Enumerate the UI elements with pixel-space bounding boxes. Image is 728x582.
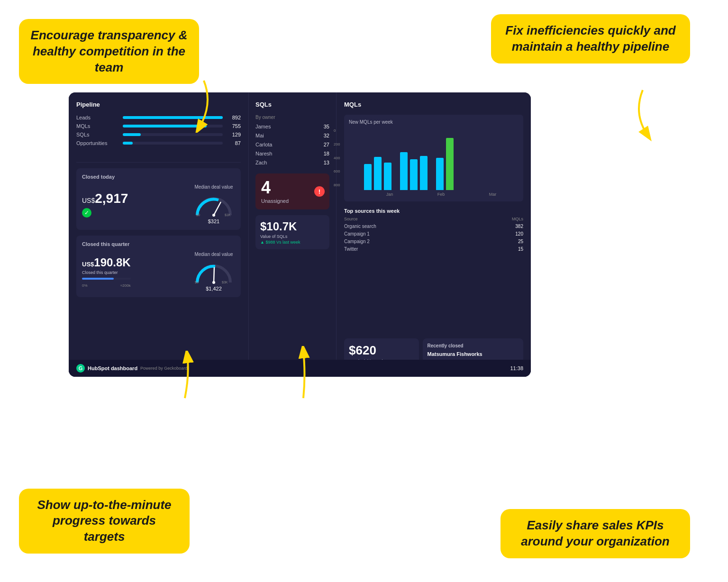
sqls-owners-list: James 35 Mai 32 Carlota 27 Naresh 18 Zac… — [255, 124, 329, 169]
arrow-top-left — [175, 76, 232, 133]
unassigned-label: Unassigned — [261, 198, 324, 204]
owner-row-zach: Zach 13 — [255, 160, 329, 165]
mqls-title: MQLs — [344, 101, 523, 108]
owner-row-james: James 35 — [255, 124, 329, 129]
gauge-today: Median deal value $0 $1K $321 — [192, 184, 235, 224]
sql-dollar-value: $10.7K — [260, 220, 325, 233]
bar-mar-2 — [446, 138, 454, 190]
sql-value-section: $10.7K Value of SQLs ▲ $988 Vs last week — [255, 215, 329, 249]
progress-min: 0% — [82, 283, 88, 288]
source-row-campaign2: Campaign 2 25 — [344, 239, 523, 244]
sql-change: ▲ $988 Vs last week — [260, 240, 325, 245]
bar-chart — [364, 128, 519, 190]
by-owner-label: By owner — [255, 115, 329, 120]
hubspot-label: HubSpot dashboard — [88, 365, 137, 371]
panel-pipeline: Pipeline Leads 892 MQLs 755 SQLs — [69, 92, 249, 377]
panel-sqls: SQLs By owner James 35 Mai 32 Carlota 27… — [249, 92, 337, 377]
closed-today-section: Closed today US$2,917 ✓ Median deal valu… — [76, 168, 241, 230]
sources-title: Top sources this week — [344, 208, 523, 214]
recently-closed-name: Matsumura Fishworks — [428, 351, 519, 357]
gauge-quarter-svg: $0 $3K — [192, 259, 235, 285]
pipeline-label-sqls: SQLs — [76, 132, 119, 137]
sources-section: Top sources this week Source MQLs Organi… — [344, 208, 523, 335]
source-row-twitter: Twitter 15 — [344, 246, 523, 252]
sources-col-source: Source — [344, 217, 358, 221]
chart-y-labels: 800 600 400 200 0 — [334, 128, 340, 187]
sources-col-mqls: MQLs — [512, 217, 523, 221]
bar-jan-2 — [374, 157, 382, 190]
gauge-quarter-value: $1,422 — [206, 286, 222, 291]
closed-today-title: Closed today — [82, 174, 235, 180]
bubble-bottom-left: Show up-to-the-minute progress towards t… — [19, 489, 190, 554]
geckoboard-logo: G — [76, 364, 85, 373]
pipeline-row-opps: Opportunities 87 — [76, 140, 241, 146]
arrow-bottom-left — [161, 351, 209, 403]
pipeline-label-leads: Leads — [76, 115, 119, 120]
source-row-campaign1: Campaign 1 120 — [344, 231, 523, 236]
closed-quarter-subtitle: Closed this quarter — [82, 270, 131, 275]
svg-point-5 — [212, 214, 215, 217]
dashboard-time: 11:38 — [510, 365, 523, 371]
chart-subtitle: New MQLs per week — [349, 119, 519, 125]
arrow-top-right — [614, 85, 671, 142]
progress-max: ≈200k — [120, 283, 131, 288]
gauge-quarter: Median deal value $0 $3K $1,422 — [192, 252, 235, 291]
gauge-today-svg: $0 $1K — [192, 191, 235, 218]
gauge-quarter-label: Median deal value — [194, 252, 233, 257]
bar-mar-1 — [436, 158, 444, 190]
pipeline-value-opps: 87 — [227, 140, 241, 146]
svg-text:$0: $0 — [195, 281, 199, 284]
warning-icon: ! — [314, 186, 325, 197]
progress-bar — [82, 278, 131, 280]
mqls-chart: New MQLs per week 800 600 400 200 0 — [344, 115, 523, 201]
svg-text:$0: $0 — [196, 213, 200, 217]
dashboard: Pipeline Leads 892 MQLs 755 SQLs — [69, 92, 531, 377]
arrow-bottom-center — [284, 346, 322, 403]
pipeline-bar-opps — [123, 142, 223, 145]
check-icon: ✓ — [82, 208, 91, 218]
closed-quarter-title: Closed this quarter — [82, 241, 235, 247]
owner-row-carlota: Carlota 27 — [255, 142, 329, 147]
gauge-today-label: Median deal value — [194, 184, 233, 190]
gauge-today-value: $321 — [208, 218, 219, 224]
bar-feb-3 — [420, 156, 428, 190]
bar-feb-2 — [410, 159, 418, 190]
svg-text:$3K: $3K — [222, 281, 228, 284]
closed-quarter-section: Closed this quarter US$190.8K Closed thi… — [76, 236, 241, 297]
bubble-bottom-right: Easily share sales KPIs around your orga… — [500, 509, 690, 558]
bubble-top-right: Fix inefficiencies quickly and maintain … — [491, 14, 690, 64]
pipeline-label-opps: Opportunities — [76, 140, 119, 146]
owner-row-naresh: Naresh 18 — [255, 151, 329, 156]
bar-feb-1 — [400, 152, 408, 190]
bar-jan-3 — [384, 163, 391, 190]
svg-text:$1K: $1K — [225, 213, 231, 217]
sql-unassigned-box: 4 Unassigned ! — [255, 173, 329, 209]
chart-x-labels: Jan Feb Mar — [364, 192, 519, 197]
source-row-organic: Organic search 382 — [344, 224, 523, 229]
owner-row-mai: Mai 32 — [255, 133, 329, 138]
sql-value-label: Value of SQLs — [260, 234, 325, 239]
pipeline-bar-sqls — [123, 133, 223, 136]
pipeline-label-mqls: MQLs — [76, 123, 119, 129]
svg-point-9 — [212, 281, 215, 284]
bar-jan-1 — [364, 164, 372, 190]
closed-today-value: US$2,917 — [82, 191, 128, 206]
panel-mqls: MQLs New MQLs per week 800 600 400 200 0 — [337, 92, 531, 377]
closed-quarter-value: US$190.8K — [82, 256, 131, 269]
bubble-top-left: Encourage transparency & healthy competi… — [19, 19, 199, 84]
svg-line-4 — [214, 202, 221, 215]
sqls-title: SQLs — [255, 101, 329, 108]
top-deal-value: $620 — [349, 343, 414, 358]
svg-line-8 — [214, 267, 214, 282]
recently-closed-title: Recently closed — [428, 343, 519, 348]
